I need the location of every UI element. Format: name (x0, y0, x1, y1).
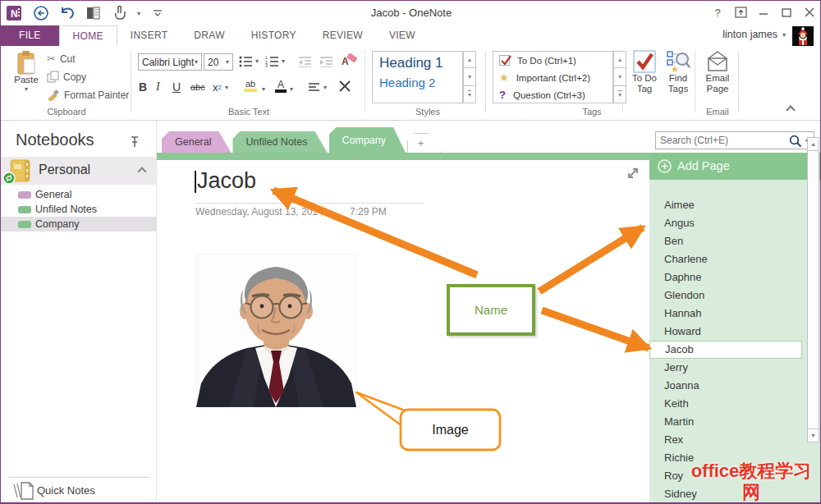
search-input[interactable] (660, 133, 783, 148)
expand-page-icon[interactable] (626, 167, 640, 183)
page-item-charlene[interactable]: Charlene (649, 250, 802, 268)
quick-notes-button[interactable]: Quick Notes (1, 479, 157, 503)
format-painter-button[interactable]: Format Painter (47, 89, 129, 101)
page-item-jacob[interactable]: Jacob (649, 341, 802, 359)
notebook-personal[interactable]: Personal (1, 157, 157, 185)
page-item-joanna[interactable]: Joanna (649, 377, 802, 395)
font-color-caret-icon[interactable]: ▾ (290, 85, 293, 93)
maximize-button[interactable] (776, 4, 797, 21)
touch-mouse-mode-button[interactable] (111, 4, 129, 22)
tags-gallery-scroll: ▴ ▾ ▾ (613, 51, 626, 103)
page-item-richie[interactable]: Richie (649, 449, 802, 467)
clear-formatting-button[interactable] (339, 80, 351, 92)
strikethrough-button[interactable]: abc (190, 82, 205, 92)
font-size-combo[interactable]: 20▾ (204, 53, 233, 71)
minimize-button[interactable] (753, 4, 774, 21)
ribbon-tab-insert[interactable]: INSERT (117, 25, 181, 46)
page-item-roy[interactable]: Roy (649, 467, 802, 485)
section-tab-general[interactable]: General (162, 131, 231, 153)
collapse-ribbon-button[interactable] (787, 107, 794, 113)
tags-scroll-down-button[interactable]: ▾ (613, 68, 626, 85)
underline-button[interactable]: U (172, 80, 181, 94)
tags-scroll-up-button[interactable]: ▴ (613, 51, 626, 68)
decrease-indent-button[interactable] (298, 55, 312, 67)
highlight-caret-icon[interactable]: ▾ (262, 85, 265, 93)
subscript-button[interactable]: x2 ▾ (213, 81, 228, 94)
page-item-sidney[interactable]: Sidney (649, 485, 802, 503)
sidebar-section-unfiled-notes[interactable]: Unfiled Notes (1, 202, 157, 217)
page-item-hannah[interactable]: Hannah (649, 305, 802, 323)
ribbon-tab-view[interactable]: VIEW (376, 25, 429, 46)
ribbon-tab-history[interactable]: HISTORY (238, 25, 310, 46)
account-menu[interactable]: linton james ▾ (722, 29, 786, 40)
page-item-daphne[interactable]: Daphne (649, 268, 802, 286)
collapse-notebook-icon[interactable] (137, 167, 146, 176)
find-tags-button[interactable]: ★ Find Tags (663, 50, 694, 94)
ribbon-tab-home[interactable]: HOME (59, 25, 117, 46)
font-name-combo[interactable]: Calibri Light▾ (138, 53, 202, 71)
tags-more-button[interactable]: ▾ (613, 86, 626, 103)
scroll-down-button[interactable]: ▼ (808, 428, 819, 442)
page-item-aimee[interactable]: Aimee (649, 196, 802, 214)
paste-button[interactable]: Paste ▾ (7, 50, 45, 93)
bold-button[interactable]: B (139, 80, 147, 94)
styles-scroll-down-button[interactable]: ▾ (463, 68, 476, 85)
touch-mode-caret-icon[interactable]: ▾ (137, 10, 140, 17)
page-item-howard[interactable]: Howard (649, 323, 802, 341)
page-list-scrollbar[interactable]: ▲ ▼ (807, 137, 819, 442)
styles-more-button[interactable]: ▾ (463, 86, 476, 103)
numbering-button[interactable]: 123 ▾ (265, 55, 285, 67)
clipboard-group-label: Clipboard (17, 107, 116, 117)
paragraph-align-button[interactable]: ▾ (308, 82, 327, 92)
page-item-glendon[interactable]: Glendon (649, 286, 802, 305)
tag-item-0[interactable]: To Do (Ctrl+1) (493, 52, 612, 69)
tag-item-2[interactable]: ?Question (Ctrl+3) (493, 86, 612, 103)
portrait-photo[interactable] (196, 254, 356, 407)
sidebar-section-company[interactable]: Company (1, 217, 157, 231)
customize-qat-button[interactable] (149, 4, 167, 22)
ribbon-tab-draw[interactable]: DRAW (181, 25, 237, 46)
section-tab-unfiled-notes[interactable]: Unfiled Notes (232, 131, 327, 153)
page-item-angus[interactable]: Angus (649, 214, 802, 232)
email-page-button[interactable]: Email Page (700, 50, 735, 94)
close-button[interactable] (799, 4, 820, 21)
sidebar-section-general[interactable]: General (1, 187, 157, 202)
page-content[interactable]: Jacob Wednesday, August 13, 2014 7:29 PM (157, 160, 649, 503)
account-avatar[interactable] (792, 26, 814, 46)
search-icon[interactable] (789, 135, 802, 151)
page-item-martin[interactable]: Martin (649, 413, 802, 431)
tag-item-1[interactable]: ★Important (Ctrl+2) (493, 69, 612, 86)
tag-label: Question (Ctrl+3) (513, 90, 585, 100)
style-heading-2[interactable]: Heading 2 (373, 73, 462, 89)
highlight-button[interactable]: ab (244, 80, 257, 92)
page-item-keith[interactable]: Keith (649, 395, 802, 413)
search-box[interactable]: ▾ (655, 131, 814, 149)
svg-text:3: 3 (265, 63, 268, 67)
dock-to-desktop-button[interactable] (85, 4, 103, 22)
cut-button[interactable]: ✂ Cut (47, 53, 76, 65)
font-color-button[interactable]: A (275, 80, 287, 93)
increase-indent-button[interactable] (319, 55, 333, 67)
italic-button[interactable]: I (156, 80, 160, 94)
undo-button[interactable] (58, 4, 76, 22)
section-tab-company[interactable]: Company (329, 127, 406, 153)
scroll-up-button[interactable]: ▲ (808, 138, 819, 151)
styles-scroll-up-button[interactable]: ▴ (463, 51, 476, 68)
ribbon-display-options-button[interactable] (730, 4, 751, 21)
pin-icon[interactable] (129, 135, 140, 153)
eraser-button[interactable]: A (342, 53, 357, 68)
page-title[interactable]: Jacob (197, 168, 256, 194)
page-item-ben[interactable]: Ben (649, 232, 802, 250)
page-item-rex[interactable]: Rex (649, 431, 802, 449)
back-button[interactable] (32, 4, 50, 22)
new-section-tab[interactable]: + (407, 133, 441, 153)
page-item-jerry[interactable]: Jerry (649, 359, 802, 377)
ribbon-tab-file[interactable]: FILE (1, 25, 59, 46)
todo-tag-button[interactable]: To Do Tag (627, 50, 662, 94)
help-button[interactable]: ? (707, 4, 728, 21)
add-page-button[interactable]: Add Page (649, 153, 820, 180)
ribbon-tab-review[interactable]: REVIEW (310, 25, 376, 46)
style-heading-1[interactable]: Heading 1 (373, 52, 462, 73)
copy-button[interactable]: Copy (47, 71, 86, 83)
bullets-button[interactable]: ▾ (239, 55, 259, 67)
